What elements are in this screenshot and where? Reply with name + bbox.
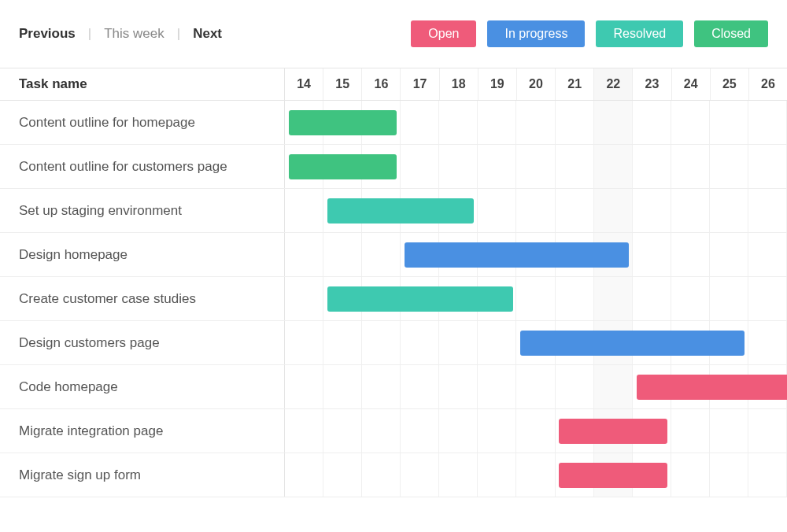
day-header-cell[interactable]: 23 bbox=[633, 68, 671, 100]
task-timeline bbox=[285, 409, 787, 453]
timeline-cell bbox=[439, 145, 478, 188]
timeline-cell bbox=[710, 145, 748, 188]
timeline-cell bbox=[516, 189, 555, 232]
task-name[interactable]: Migrate sign up form bbox=[0, 453, 285, 497]
timeline-cell bbox=[285, 277, 323, 320]
timeline-cell bbox=[401, 365, 439, 408]
task-timeline bbox=[285, 145, 787, 188]
timeline-cell bbox=[285, 453, 323, 497]
timeline-cell bbox=[516, 365, 555, 408]
task-name[interactable]: Content outline for homepage bbox=[0, 101, 285, 144]
day-header-cell[interactable]: 20 bbox=[517, 68, 556, 100]
gantt-bar[interactable] bbox=[405, 242, 629, 268]
task-row: Create customer case studies bbox=[0, 277, 787, 321]
timeline-cell bbox=[401, 101, 439, 144]
day-header-cell[interactable]: 26 bbox=[749, 68, 787, 100]
task-timeline bbox=[285, 189, 787, 232]
task-row: Migrate sign up form bbox=[0, 453, 787, 497]
day-header-cell[interactable]: 19 bbox=[478, 68, 517, 100]
day-header-cell[interactable]: 22 bbox=[594, 68, 633, 100]
timeline-cell bbox=[516, 277, 555, 320]
nav-separator: | bbox=[177, 26, 180, 42]
task-row: Set up staging environment bbox=[0, 189, 787, 233]
timeline-cell bbox=[710, 189, 748, 232]
gantt-bar[interactable] bbox=[520, 331, 745, 356]
timeline-cell bbox=[362, 453, 401, 497]
gantt-bar[interactable] bbox=[289, 154, 397, 179]
timeline-cell bbox=[401, 321, 439, 364]
gantt-bar[interactable] bbox=[327, 286, 513, 312]
task-row: Content outline for homepage bbox=[0, 101, 787, 145]
status-filter-open[interactable]: Open bbox=[411, 20, 476, 47]
day-header-cell[interactable]: 16 bbox=[362, 68, 401, 100]
timeline-cell bbox=[671, 453, 710, 497]
gantt-bar[interactable] bbox=[289, 110, 397, 135]
timeline-cell bbox=[748, 409, 787, 453]
task-name[interactable]: Create customer case studies bbox=[0, 277, 285, 320]
timeline-cell bbox=[478, 189, 516, 232]
timeline-cell bbox=[671, 233, 710, 276]
timeline-cell bbox=[285, 321, 323, 364]
timeline-cell bbox=[748, 145, 787, 188]
day-header-cell[interactable]: 24 bbox=[672, 68, 711, 100]
task-name[interactable]: Set up staging environment bbox=[0, 189, 285, 232]
day-header-cell[interactable]: 25 bbox=[711, 68, 749, 100]
timeline-cell bbox=[516, 409, 555, 453]
timeline-cell bbox=[633, 101, 671, 144]
timeline-cell bbox=[748, 453, 787, 497]
task-name[interactable]: Migrate integration page bbox=[0, 409, 285, 453]
task-name[interactable]: Code homepage bbox=[0, 365, 285, 408]
gantt-bar[interactable] bbox=[327, 198, 474, 224]
timeline-cell bbox=[633, 233, 671, 276]
status-filter-resolved[interactable]: Resolved bbox=[596, 20, 683, 47]
timeline-cell bbox=[285, 365, 323, 408]
timeline-header: 14151617181920212223242526 bbox=[285, 68, 787, 100]
task-name-header[interactable]: Task name bbox=[0, 68, 285, 100]
task-name[interactable]: Design customers page bbox=[0, 321, 285, 364]
day-header-cell[interactable]: 17 bbox=[401, 68, 439, 100]
timeline-cell bbox=[439, 101, 478, 144]
day-header-cell[interactable]: 18 bbox=[440, 68, 478, 100]
status-filter-closed[interactable]: Closed bbox=[694, 20, 768, 47]
task-timeline bbox=[285, 453, 787, 497]
timeline-cell bbox=[594, 101, 633, 144]
timeline-cell bbox=[710, 277, 748, 320]
timeline-cell bbox=[516, 453, 555, 497]
timeline-cell bbox=[478, 101, 516, 144]
nav-previous[interactable]: Previous bbox=[19, 26, 76, 42]
day-header-cell[interactable]: 14 bbox=[285, 68, 323, 100]
gantt-bar[interactable] bbox=[559, 419, 667, 444]
timeline-cell bbox=[556, 189, 594, 232]
day-header-cell[interactable]: 21 bbox=[556, 68, 594, 100]
nav-separator: | bbox=[88, 26, 91, 42]
gantt-bar[interactable] bbox=[559, 463, 667, 488]
timeline-cell bbox=[710, 453, 748, 497]
timeline-cell bbox=[285, 189, 323, 232]
timeline-cell bbox=[594, 365, 633, 408]
timeline-cell bbox=[748, 233, 787, 276]
status-filter-in_progress[interactable]: In progress bbox=[487, 20, 585, 47]
task-timeline bbox=[285, 321, 787, 364]
timeline-cell bbox=[710, 101, 748, 144]
day-header-cell[interactable]: 15 bbox=[323, 68, 362, 100]
task-name[interactable]: Content outline for customers page bbox=[0, 145, 285, 188]
task-row: Migrate integration page bbox=[0, 409, 787, 453]
nav-this-week[interactable]: This week bbox=[104, 26, 164, 42]
timeline-cell bbox=[556, 101, 594, 144]
task-row: Design homepage bbox=[0, 233, 787, 277]
header-row: Task name 14151617181920212223242526 bbox=[0, 68, 787, 101]
timeline-cell bbox=[671, 189, 710, 232]
timeline-cell bbox=[671, 409, 710, 453]
task-name[interactable]: Design homepage bbox=[0, 233, 285, 276]
timeline-cell bbox=[401, 453, 439, 497]
task-timeline bbox=[285, 233, 787, 276]
task-timeline bbox=[285, 277, 787, 320]
timeline-cell bbox=[748, 277, 787, 320]
timeline-cell bbox=[401, 145, 439, 188]
gantt-bar[interactable] bbox=[637, 375, 787, 400]
timeline-cell bbox=[748, 321, 787, 364]
timeline-cell bbox=[594, 145, 633, 188]
timeline-cell bbox=[748, 101, 787, 144]
nav-next[interactable]: Next bbox=[193, 26, 222, 42]
timeline-cell bbox=[439, 321, 478, 364]
